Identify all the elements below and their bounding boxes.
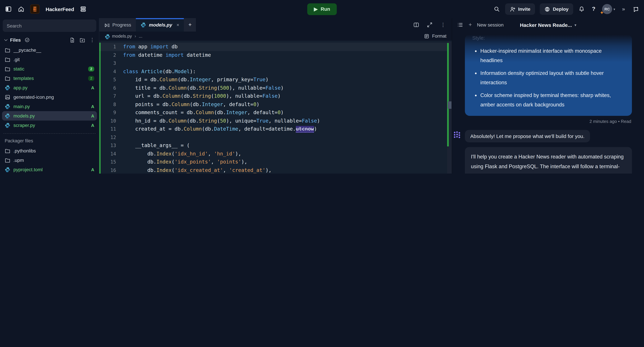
deploy-button[interactable]: Deploy [540,3,573,15]
code-line[interactable]: 8 points = db.Column(db.Integer, default… [99,100,447,108]
file-row[interactable]: main.pyA [2,102,97,111]
new-folder-icon[interactable] [79,37,86,43]
file-row[interactable]: static2 [2,64,97,74]
project-title[interactable]: HackerFeed [46,6,74,12]
file-name: app.py [14,85,28,90]
packager-files-header: Packager files [2,137,97,146]
split-pane-icon[interactable] [413,22,420,28]
run-button[interactable]: ▶ Run [307,3,337,15]
files-chevron-icon[interactable] [3,37,8,43]
code-text: comments_count = db.Column(db.Integer, d… [119,110,284,116]
file-row[interactable]: scraper.pyA [2,121,97,130]
python-icon [105,34,109,39]
account-menu[interactable]: RC ✦ ▾ [602,4,615,14]
message-meta[interactable]: 2 minutes ago • Read [465,119,631,124]
code-line[interactable]: 15 db.Index('idx_points', 'points'), [99,158,447,166]
code-line[interactable]: 13 __table_args__ = ( [99,141,447,150]
new-tab-button[interactable]: + [184,18,196,32]
file-row[interactable]: .pythonlibs [2,146,97,155]
new-session-button[interactable]: New session [477,22,504,28]
code-line[interactable]: 5 id = db.Column(db.Integer, primary_key… [99,76,447,84]
workspace-layout-icon[interactable] [80,5,87,13]
file-row[interactable]: generated-icon.png [2,92,97,102]
code-line[interactable]: 14 db.Index('idx_hn_id', 'hn_id'), [99,150,447,158]
code-text: created_at = db.Column(db.DateTime, defa… [119,126,317,132]
file-row[interactable]: __pycache__ [2,45,97,55]
file-row[interactable]: .upm [2,155,97,165]
folder-icon [5,75,10,81]
code-line[interactable]: 12 [99,133,447,141]
file-row[interactable]: pyproject.tomlA [2,165,97,174]
hidden-files-icon[interactable] [24,37,30,43]
collapse-right-icon[interactable]: » [620,5,627,13]
file-name: main.py [14,104,30,109]
file-row[interactable]: templates2 [2,74,97,83]
agent-intro-message: Absolutely! Let me propose what we'll bu… [465,130,590,142]
file-row[interactable]: models.pyA [2,111,97,121]
file-name: .pythonlibs [14,148,36,153]
python-icon [5,113,10,119]
folder-icon [5,66,10,72]
sidebar-toggle-icon[interactable] [5,5,12,13]
breadcrumb: models.py › ... Format [99,32,452,41]
session-title[interactable]: Hacker News Reade... ▾ [520,22,576,28]
editor-menu-icon[interactable]: ⋮ [440,22,446,28]
code-line[interactable]: 6 title = db.Column(db.String(500), null… [99,84,447,92]
ai-chat-toggle-icon[interactable] [632,5,639,13]
code-line[interactable]: 11 created_at = db.Column(db.DateTime, d… [99,125,447,133]
code-text: class Article(db.Model): [119,69,196,75]
git-added-mark: A [91,104,94,109]
line-number: 6 [99,85,119,91]
new-file-icon[interactable] [69,37,76,43]
file-row[interactable]: app.pyA [2,83,97,92]
agent-chat-panel: + New session Hacker News Reade... ▾ Sty… [452,18,644,174]
code-line[interactable]: 4class Article(db.Model): [99,67,447,76]
code-text: db.Index('idx_created_at', 'created_at')… [119,167,272,173]
expand-pane-icon[interactable] [426,22,433,28]
breadcrumb-file[interactable]: models.py [112,34,132,39]
tab-models-py[interactable]: models.py × [136,18,184,32]
invite-button[interactable]: Invite [505,3,535,15]
code-line[interactable]: 1from app import db [99,43,447,51]
code-text: __table_args__ = ( [119,143,190,149]
code-line[interactable]: 7 url = db.Column(db.String(1000), nulla… [99,92,447,100]
git-added-mark: A [91,123,94,128]
help-icon[interactable]: ? [590,5,598,13]
home-icon[interactable] [18,5,25,13]
code-line[interactable]: 3 [99,59,447,67]
notifications-bell-icon[interactable] [578,5,585,13]
project-app-icon[interactable] [30,4,40,14]
code-text: db.Index('idx_hn_id', 'hn_id'), [119,151,241,157]
code-text: points = db.Column(db.Integer, default=0… [119,101,260,107]
search-input[interactable]: Search [3,20,96,32]
code-line[interactable]: 16 db.Index('idx_created_at', 'created_a… [99,166,447,174]
code-line[interactable]: 2from datetime import datetime [99,51,447,59]
python-icon [5,167,10,172]
top-bar: HackerFeed ▶ Run Invite Deploy ? RC ✦ [0,0,644,18]
tab-progress[interactable]: Progress [99,18,136,32]
python-icon [5,122,10,128]
file-name: __pycache__ [14,47,42,53]
code-line[interactable]: 10 hn_id = db.Column(db.String(50), uniq… [99,117,447,125]
agent-intro-row: Absolutely! Let me propose what we'll bu… [465,130,632,142]
line-number: 12 [99,135,119,140]
format-button[interactable]: Format [424,34,446,39]
session-list-icon[interactable] [457,22,464,28]
scrollbar-thumb[interactable] [448,101,452,109]
editor-scrollbar[interactable] [447,42,452,174]
line-number: 7 [99,94,119,99]
agent-avatar [453,130,461,139]
close-tab-icon[interactable]: × [176,22,179,28]
code-text: db.Index('idx_points', 'points'), [119,159,247,165]
code-editor[interactable]: 1from app import db2from datetime import… [99,41,452,174]
folder-icon [5,148,10,154]
file-row[interactable]: .git [2,55,97,64]
change-count-badge: 2 [88,66,94,71]
breadcrumb-more[interactable]: ... [139,34,142,39]
new-session-plus-icon[interactable]: + [467,22,474,28]
clipped-text: Style: [472,33,623,43]
code-line[interactable]: 9 comments_count = db.Column(db.Integer,… [99,108,447,117]
files-menu-icon[interactable]: ⋮ [89,37,96,43]
code-text: from datetime import datetime [119,52,211,58]
search-icon[interactable] [493,5,500,13]
